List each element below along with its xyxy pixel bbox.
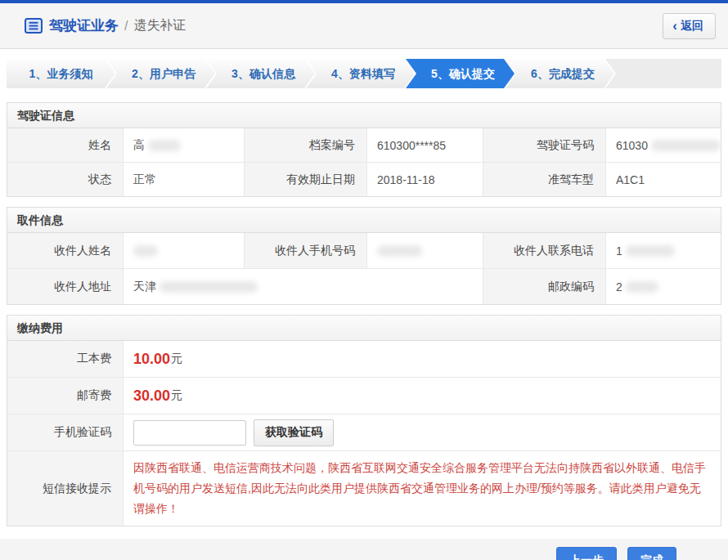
- redacted-name: [148, 140, 181, 151]
- postage-fee-label: 邮寄费: [7, 378, 124, 414]
- status-label: 状态: [7, 163, 124, 196]
- pickup-section-title: 取件信息: [7, 207, 721, 233]
- name-label: 姓名: [7, 128, 124, 162]
- license-no-label: 驾驶证号码: [483, 128, 606, 162]
- file-no-label: 档案编号: [245, 128, 367, 162]
- status-value: 正常: [124, 163, 245, 196]
- get-code-button[interactable]: 获取验证码: [254, 419, 334, 446]
- redacted-recipient-mobile: [377, 245, 422, 257]
- redacted-recipient-name: [133, 245, 158, 257]
- postcode-value: 2: [606, 269, 721, 304]
- sms-code-row: 获取验证码: [124, 414, 721, 450]
- step-tab-6[interactable]: 6、完成提交: [506, 59, 614, 88]
- chevron-left-icon: ‹: [672, 20, 677, 32]
- production-fee-unit: 元: [171, 352, 182, 366]
- footer-action-bar: 上一步 完成: [0, 539, 728, 560]
- step-tab-5-active[interactable]: 5、确认提交: [406, 59, 515, 88]
- redacted-address: [160, 281, 258, 293]
- step-tab-4[interactable]: 4、资料填写: [306, 59, 415, 88]
- vehicle-type-label: 准驾车型: [483, 163, 606, 196]
- license-no-value: 61030: [606, 128, 721, 162]
- previous-step-button[interactable]: 上一步: [556, 547, 617, 560]
- name-value: 高: [124, 128, 245, 162]
- step-tab-1[interactable]: 1、业务须知: [7, 59, 115, 88]
- pickup-info-section: 取件信息 收件人姓名 收件人手机号码 收件人联系电话 1 收件人地址 天津 邮政…: [7, 207, 721, 305]
- address-label: 收件人地址: [7, 269, 124, 304]
- postage-fee-amount: 30.00: [133, 388, 170, 405]
- page-title: 驾驶证业务: [49, 16, 119, 35]
- sms-code-label: 手机验证码: [7, 414, 124, 450]
- license-section-title: 驾驶证信息: [7, 102, 721, 128]
- redacted-recipient-phone: [626, 245, 675, 257]
- file-no-value: 610300****85: [367, 128, 483, 162]
- postcode-label: 邮政编码: [483, 269, 606, 304]
- breadcrumb-separator: /: [124, 19, 128, 34]
- page-header: 驾驶证业务 / 遗失补证 ‹ 返回: [0, 3, 728, 49]
- recipient-phone-label: 收件人联系电话: [483, 233, 606, 268]
- vehicle-type-value: A1C1: [606, 163, 721, 196]
- sms-notice-cell: 因陕西省联通、电信运营商技术问题，陕西省互联网交通安全综合服务管理平台无法向持陕…: [124, 451, 721, 526]
- sms-code-input[interactable]: [133, 420, 246, 446]
- postage-fee-unit: 元: [171, 388, 182, 403]
- redacted-postcode: [626, 281, 658, 293]
- address-value: 天津: [124, 269, 483, 304]
- recipient-name-value: [124, 233, 245, 268]
- recipient-phone-value: 1: [606, 233, 721, 268]
- recipient-mobile-label: 收件人手机号码: [245, 233, 367, 268]
- postage-fee-value: 30.00 元: [124, 378, 721, 414]
- expiry-value: 2018-11-18: [367, 163, 483, 196]
- sms-notice-label: 短信接收提示: [7, 451, 124, 526]
- fees-section: 缴纳费用 工本费 10.00 元 邮寄费 30.00 元 手机验证码 获取验证码…: [7, 315, 721, 526]
- fees-section-title: 缴纳费用: [7, 315, 721, 341]
- form-list-icon: [25, 18, 43, 34]
- back-button-label: 返回: [681, 19, 703, 34]
- recipient-mobile-value: [367, 233, 483, 268]
- back-button[interactable]: ‹ 返回: [663, 13, 716, 39]
- step-bar-filler: [605, 59, 721, 88]
- finish-button[interactable]: 完成: [627, 547, 676, 560]
- step-tab-3[interactable]: 3、确认信息: [206, 59, 315, 88]
- step-progress-bar: 1、业务须知 2、用户申告 3、确认信息 4、资料填写 5、确认提交 6、完成提…: [7, 59, 721, 88]
- production-fee-amount: 10.00: [133, 351, 170, 368]
- license-info-section: 驾驶证信息 姓名 高 档案编号 610300****85 驾驶证号码 61030…: [7, 102, 721, 197]
- breadcrumb-current: 遗失补证: [133, 17, 186, 34]
- production-fee-label: 工本费: [7, 341, 124, 377]
- sms-notice-text: 因陕西省联通、电信运营商技术问题，陕西省互联网交通安全综合服务管理平台无法向持陕…: [124, 451, 721, 526]
- production-fee-value: 10.00 元: [124, 341, 721, 377]
- recipient-name-label: 收件人姓名: [7, 233, 124, 268]
- step-tab-2[interactable]: 2、用户申告: [106, 59, 215, 88]
- redacted-license-no: [651, 140, 721, 151]
- expiry-label: 有效期止日期: [245, 163, 367, 196]
